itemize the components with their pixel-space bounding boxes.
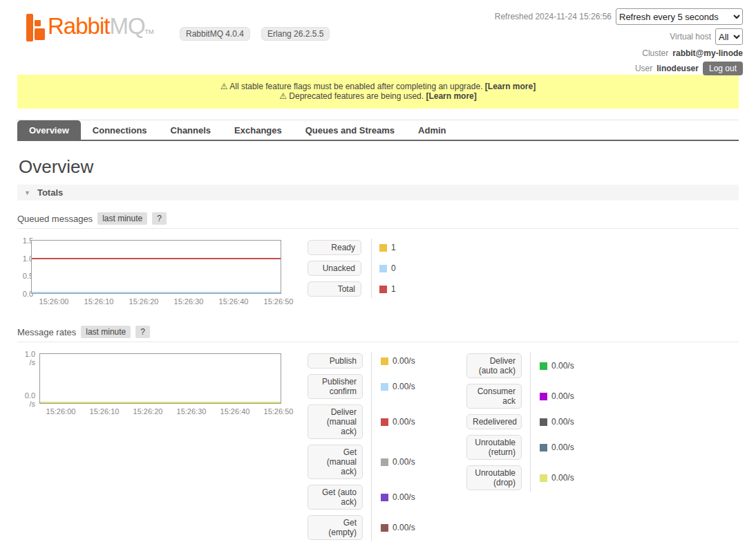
- publisher-confirm-swatch-icon: [381, 383, 388, 391]
- legend-row-redelivered: Redelivered 0.00/s: [466, 414, 625, 429]
- unroutable-drop-swatch-icon: [540, 474, 547, 482]
- refresh-interval-select[interactable]: Refresh every 5 seconds: [616, 8, 743, 25]
- get-auto-ack-rate: 0.00/s: [393, 492, 415, 502]
- tab-admin[interactable]: Admin: [406, 120, 457, 140]
- header: RabbitMQTM RabbitMQ 4.0.4 Erlang 26.2.5.…: [0, 0, 756, 72]
- totals-section-toggle[interactable]: ▼ Totals: [17, 185, 739, 201]
- chart-series-total: [32, 258, 281, 259]
- get-empty-swatch-icon: [381, 524, 388, 532]
- legend-label-redelivered: Redelivered: [466, 414, 522, 429]
- header-info: Refreshed 2024-11-24 15:26:56 Refresh ev…: [495, 8, 743, 75]
- rates-legend-left: Publish 0.00/s Publisher confirm 0.00/s …: [308, 353, 466, 540]
- feature-flags-learn-more-link[interactable]: [Learn more]: [485, 82, 536, 91]
- erlang-version-badge: Erlang 26.2.5.5: [261, 27, 330, 41]
- tab-channels[interactable]: Channels: [159, 120, 223, 140]
- deliver-auto-ack-rate: 0.00/s: [551, 361, 574, 371]
- legend-row-unroutable-drop: Unroutable (drop) 0.00/s: [466, 465, 625, 490]
- deprecated-learn-more-link[interactable]: [Learn more]: [426, 91, 476, 101]
- get-auto-ack-swatch-icon: [381, 494, 388, 501]
- ready-swatch-icon: [379, 244, 387, 252]
- message-rates-chart: 1.0 /s 0.0 /s 15:26:00 15:26:10 15:26:20…: [17, 353, 308, 422]
- unacked-swatch-icon: [379, 265, 387, 272]
- cluster-label: Cluster: [642, 48, 668, 58]
- publisher-confirm-rate: 0.00/s: [393, 382, 415, 391]
- legend-row-unacked: Unacked 0: [308, 261, 466, 276]
- deliver-manual-ack-rate: 0.00/s: [393, 417, 415, 427]
- totals-label: Totals: [37, 187, 63, 198]
- deliver-auto-ack-swatch-icon: [540, 362, 547, 370]
- total-value: 1: [391, 284, 396, 294]
- get-manual-ack-rate: 0.00/s: [393, 457, 415, 467]
- queued-chart-plot-area: [31, 240, 281, 294]
- unroutable-return-swatch-icon: [540, 444, 547, 452]
- legend-row-publisher-confirm: Publisher confirm 0.00/s: [308, 374, 466, 399]
- publish-swatch-icon: [381, 357, 388, 365]
- legend-row-publish: Publish 0.00/s: [308, 353, 466, 369]
- legend-label-deliver-auto-ack: Deliver (auto ack): [466, 353, 522, 378]
- unroutable-drop-rate: 0.00/s: [551, 473, 574, 483]
- legend-label-unacked: Unacked: [308, 261, 361, 276]
- rates-chart-x-axis: 15:26:00 15:26:10 15:26:20 15:26:30 15:2…: [44, 407, 295, 416]
- collapse-triangle-icon: ▼: [24, 189, 30, 196]
- chart-series-unroutable-drop-: [40, 402, 281, 403]
- virtual-host-label: Virtual host: [670, 32, 711, 41]
- user-name: linodeuser: [656, 64, 699, 73]
- legend-label-publish: Publish: [308, 353, 363, 369]
- legend-label-get-auto-ack: Get (auto ack): [308, 485, 363, 510]
- user-label: User: [635, 64, 652, 73]
- warning-banner: ⚠ All stable feature flags must be enabl…: [17, 75, 739, 109]
- legend-row-unroutable-return: Unroutable (return) 0.00/s: [466, 435, 625, 460]
- rabbitmq-version-badge: RabbitMQ 4.0.4: [180, 27, 250, 41]
- rates-help-icon[interactable]: ?: [135, 326, 150, 338]
- rabbitmq-logo[interactable]: RabbitMQTM: [26, 12, 154, 46]
- tab-queues-and-streams[interactable]: Queues and Streams: [294, 120, 406, 140]
- tab-connections[interactable]: Connections: [81, 120, 159, 140]
- queued-messages-legend: Ready 1 Unacked 0 Total 1: [308, 240, 466, 297]
- queued-messages-label: Queued messages: [17, 214, 93, 224]
- legend-label-unroutable-return: Unroutable (return): [466, 435, 522, 460]
- legend-row-total: Total 1: [308, 281, 466, 297]
- legend-label-get-manual-ack: Get (manual ack): [308, 445, 363, 479]
- legend-label-consumer-ack: Consumer ack: [466, 384, 522, 409]
- get-manual-ack-swatch-icon: [381, 458, 388, 466]
- rabbitmq-logo-text: RabbitMQTM: [48, 12, 154, 46]
- total-swatch-icon: [379, 286, 387, 293]
- legend-row-get-auto-ack: Get (auto ack) 0.00/s: [308, 485, 466, 510]
- get-empty-rate: 0.00/s: [393, 523, 415, 532]
- deprecated-features-warning: ⚠ Deprecated features are being used. [L…: [17, 91, 739, 101]
- cluster-name: rabbit@my-linode: [672, 48, 743, 58]
- queued-messages-chart: 1.5 1.0 0.5 0.0 15:26:00 15:26:10 15:26:…: [17, 240, 308, 317]
- queued-help-icon[interactable]: ?: [152, 212, 167, 225]
- rates-legend-right: Deliver (auto ack) 0.00/s Consumer ack 0…: [466, 353, 625, 490]
- rabbitmq-overview-page: RabbitMQTM RabbitMQ 4.0.4 Erlang 26.2.5.…: [0, 0, 756, 549]
- legend-row-ready: Ready 1: [308, 240, 466, 255]
- consumer-ack-rate: 0.00/s: [551, 391, 574, 401]
- unacked-value: 0: [391, 263, 396, 273]
- legend-label-ready: Ready: [308, 240, 361, 255]
- legend-label-publisher-confirm: Publisher confirm: [308, 374, 363, 399]
- version-badges: RabbitMQ 4.0.4 Erlang 26.2.5.5: [180, 27, 330, 41]
- queued-range-selector[interactable]: last minute: [97, 212, 147, 225]
- rates-chart-y-axis: 1.0 /s 0.0 /s: [17, 350, 35, 408]
- queued-messages-section: 1.5 1.0 0.5 0.0 15:26:00 15:26:10 15:26:…: [17, 240, 739, 317]
- legend-label-deliver-manual-ack: Deliver (manual ack): [308, 404, 363, 439]
- unroutable-return-rate: 0.00/s: [551, 443, 574, 452]
- message-rates-section: 1.0 /s 0.0 /s 15:26:00 15:26:10 15:26:20…: [17, 353, 739, 540]
- queued-messages-header: Queued messages last minute ?: [17, 212, 739, 229]
- queued-chart-x-axis: 15:26:00 15:26:10 15:26:20 15:26:30 15:2…: [37, 297, 295, 306]
- rates-range-selector[interactable]: last minute: [81, 326, 131, 338]
- redelivered-swatch-icon: [540, 418, 547, 426]
- consumer-ack-swatch-icon: [540, 393, 547, 400]
- legend-row-consumer-ack: Consumer ack 0.00/s: [466, 384, 625, 409]
- rabbitmq-logo-icon: [26, 14, 45, 41]
- legend-label-get-empty: Get (empty): [308, 515, 363, 540]
- tab-overview[interactable]: Overview: [17, 120, 81, 140]
- ready-value: 1: [391, 243, 396, 252]
- message-rates-header: Message rates last minute ?: [17, 326, 739, 342]
- tab-exchanges[interactable]: Exchanges: [223, 120, 294, 140]
- virtual-host-select[interactable]: All: [715, 28, 743, 45]
- legend-row-get-empty: Get (empty) 0.00/s: [308, 515, 466, 540]
- legend-row-get-manual-ack: Get (manual ack) 0.00/s: [308, 445, 466, 479]
- logout-button[interactable]: Log out: [703, 62, 743, 75]
- chart-series-unacked: [32, 292, 281, 293]
